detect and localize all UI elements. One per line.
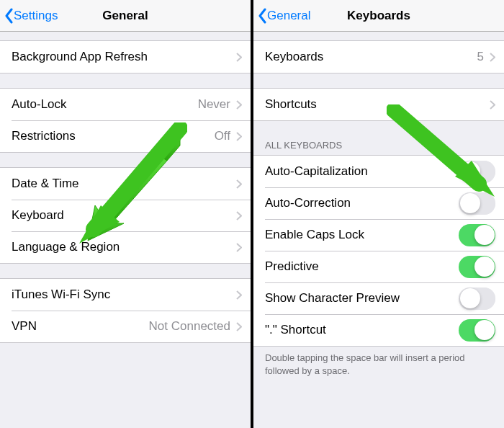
chevron-right-icon (236, 53, 242, 62)
nav-back-settings[interactable]: Settings (0, 8, 58, 24)
chevron-right-icon (236, 243, 242, 252)
cell-label: Show Character Preview (265, 291, 459, 306)
row-auto-lock[interactable]: Auto-Lock Never (0, 89, 251, 120)
general-settings-pane: Settings General Background App Refresh … (0, 0, 251, 428)
chevron-right-icon (236, 132, 242, 141)
cell-label: Background App Refresh (12, 50, 236, 64)
row-auto-correction: Auto-Correction (253, 187, 504, 219)
nav-back-general[interactable]: General (253, 8, 310, 24)
chevron-right-icon (490, 100, 495, 110)
chevron-right-icon (236, 100, 242, 110)
cell-value: Not Connected (149, 319, 230, 334)
row-auto-capitalization: Auto-Capitalization (253, 156, 504, 187)
cell-label: Predictive (265, 259, 459, 274)
row-predictive: Predictive (253, 251, 504, 282)
nav-back-label: Settings (14, 9, 58, 23)
switch-period-shortcut[interactable] (459, 319, 495, 342)
switch-knob (460, 288, 480, 308)
row-keyboard[interactable]: Keyboard (0, 200, 251, 231)
cell-value: 5 (477, 50, 484, 64)
switch-knob (460, 193, 480, 213)
cell-label: Keyboard (12, 208, 236, 223)
group-footer-shortcut: Double tapping the space bar will insert… (253, 347, 504, 383)
cell-label: Auto-Correction (265, 196, 459, 210)
cell-label: Auto-Lock (12, 97, 198, 112)
cell-label: VPN (12, 319, 149, 334)
cell-value: Off (215, 129, 230, 143)
row-restrictions[interactable]: Restrictions Off (0, 120, 251, 152)
switch-predictive[interactable] (459, 256, 495, 278)
switch-knob (474, 225, 495, 245)
cell-label: Keyboards (265, 50, 477, 64)
cell-label: iTunes Wi-Fi Sync (12, 287, 236, 302)
row-keyboards-list[interactable]: Keyboards 5 (253, 41, 504, 73)
navbar-keyboards: General Keyboards (253, 0, 504, 32)
switch-auto-correction[interactable] (459, 192, 495, 215)
chevron-left-icon (258, 8, 267, 24)
cell-label: Enable Caps Lock (265, 228, 459, 242)
row-show-character-preview: Show Character Preview (253, 282, 504, 314)
chevron-left-icon (4, 8, 14, 24)
keyboards-settings-pane: General Keyboards Keyboards 5 Shortcuts (253, 0, 504, 428)
cell-value: Never (198, 97, 230, 112)
group-header-all-keyboards: ALL KEYBOARDS (253, 135, 504, 155)
switch-show-character-preview[interactable] (459, 287, 495, 310)
switch-auto-capitalization[interactable] (459, 161, 495, 183)
switch-knob (474, 257, 495, 277)
cell-label: Language & Region (12, 240, 236, 254)
row-date-time[interactable]: Date & Time (0, 168, 251, 200)
switch-knob (460, 161, 480, 182)
switch-enable-caps-lock[interactable] (459, 224, 495, 246)
chevron-right-icon (236, 211, 242, 220)
cell-label: Restrictions (12, 129, 215, 143)
row-shortcuts[interactable]: Shortcuts (253, 89, 504, 120)
chevron-right-icon (236, 290, 242, 300)
cell-label: "." Shortcut (265, 323, 459, 337)
cell-label: Auto-Capitalization (265, 164, 459, 179)
chevron-right-icon (236, 179, 242, 189)
chevron-right-icon (490, 53, 495, 62)
cell-label: Shortcuts (265, 97, 490, 112)
nav-back-label: General (267, 9, 310, 23)
chevron-right-icon (236, 322, 242, 331)
row-itunes-wifi-sync[interactable]: iTunes Wi-Fi Sync (0, 279, 251, 311)
cell-label: Date & Time (12, 177, 236, 191)
row-language-region[interactable]: Language & Region (0, 231, 251, 263)
row-enable-caps-lock: Enable Caps Lock (253, 219, 504, 251)
switch-knob (474, 320, 495, 340)
row-background-app-refresh[interactable]: Background App Refresh (0, 41, 251, 73)
navbar-general: Settings General (0, 0, 251, 32)
row-period-shortcut: "." Shortcut (253, 314, 504, 346)
row-vpn[interactable]: VPN Not Connected (0, 311, 251, 342)
